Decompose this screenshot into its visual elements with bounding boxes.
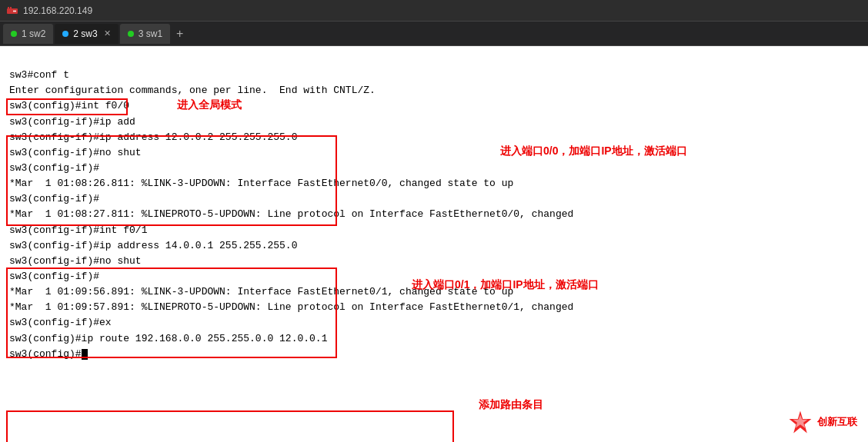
tab-add-button[interactable]: +	[172, 28, 188, 40]
terminal: sw3#conf t Enter configuration commands,…	[0, 46, 868, 442]
line-7: sw3(config-if)#	[9, 162, 99, 174]
line-10: *Mar 1 01:08:27.811: %LINEPROTO-5-UPDOWN…	[9, 208, 573, 220]
line-18: sw3(config)#ip route 192.168.0.0 255.255…	[9, 333, 327, 344]
svg-rect-1	[8, 7, 9, 9]
router-icon	[6, 5, 18, 17]
tab-label-sw1: 3 sw1	[139, 28, 162, 39]
line-17: sw3(config-if)#ex	[9, 317, 112, 328]
annotation-box-route	[6, 410, 454, 442]
title-ip: 192.168.220.149	[23, 5, 92, 16]
svg-rect-2	[10, 7, 12, 9]
tab-close-sw3[interactable]: ✕	[104, 28, 111, 38]
watermark: 创新互联	[788, 410, 857, 434]
line-19: sw3(config)#	[9, 348, 88, 360]
tab-label-sw2: 1 sw2	[22, 28, 45, 39]
line-3: sw3(config)#int f0/0	[9, 100, 129, 111]
svg-point-4	[13, 10, 15, 12]
annotation-label-global-mode: 进入全局模式	[177, 98, 242, 112]
tab-label-sw3: 2 sw3	[73, 28, 97, 39]
title-bar: 192.168.220.149	[0, 0, 868, 22]
line-2: Enter configuration commands, one per li…	[9, 85, 376, 96]
line-4: sw3(config-if)#ip add	[9, 116, 135, 128]
line-1: sw3#conf t	[9, 69, 69, 81]
tab-sw1[interactable]: 3 sw1	[120, 24, 170, 44]
line-6: sw3(config-if)#no shut	[9, 147, 142, 158]
line-12: sw3(config-if)#ip address 14.0.0.1 255.2…	[9, 240, 297, 251]
cursor	[82, 349, 88, 360]
tab-dot-sw3	[62, 31, 68, 37]
line-13: sw3(config-if)#no shut	[9, 255, 142, 267]
line-8: *Mar 1 01:08:26.811: %LINK-3-UPDOWN: Int…	[9, 178, 513, 189]
line-9: sw3(config-if)#	[9, 193, 99, 204]
annotation-label-port00: 进入端口0/0，加端口IP地址，激活端口	[500, 145, 687, 158]
terminal-output: sw3#conf t Enter configuration commands,…	[9, 52, 859, 377]
tab-dot-sw2	[11, 31, 17, 37]
tab-dot-sw1	[128, 31, 134, 37]
tab-sw3[interactable]: 2 sw3 ✕	[55, 24, 118, 44]
annotation-label-port01: 进入端口0/1，加端口IP地址，激活端口	[412, 278, 599, 292]
annotation-label-route: 添加路由条目	[479, 398, 543, 412]
line-5: sw3(config-if)#ip address 12.0.0.2 255.2…	[9, 131, 297, 143]
line-16: *Mar 1 01:09:57.891: %LINEPROTO-5-UPDOWN…	[9, 301, 573, 313]
watermark-icon	[788, 410, 813, 434]
line-14: sw3(config-if)#	[9, 271, 99, 282]
svg-point-3	[15, 10, 16, 12]
watermark-text: 创新互联	[817, 415, 857, 429]
line-11: sw3(config-if)#int f0/1	[9, 224, 147, 236]
tab-sw2[interactable]: 1 sw2	[3, 24, 53, 44]
tab-bar: 1 sw2 2 sw3 ✕ 3 sw1 +	[0, 22, 868, 46]
